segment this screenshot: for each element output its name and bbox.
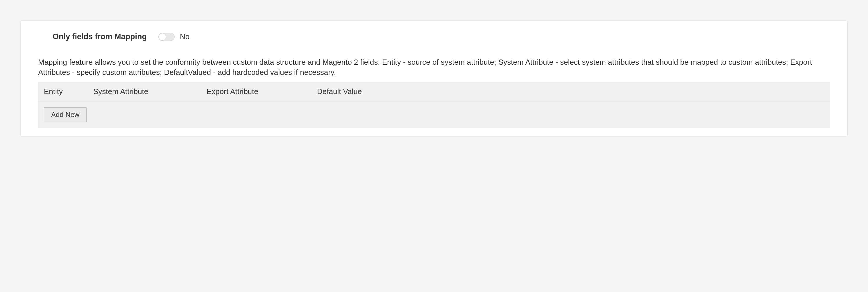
only-fields-toggle-row: Only fields from Mapping No	[53, 32, 830, 41]
toggle-thumb	[159, 33, 166, 41]
header-export-attribute: Export Attribute	[207, 87, 317, 96]
header-entity: Entity	[44, 87, 93, 96]
mapping-table: Entity System Attribute Export Attribute…	[38, 82, 830, 128]
header-default-value: Default Value	[317, 87, 824, 96]
mapping-card: Only fields from Mapping No Mapping feat…	[20, 20, 848, 137]
mapping-description: Mapping feature allows you to set the co…	[38, 57, 830, 77]
only-fields-toggle[interactable]: No	[158, 32, 189, 41]
add-new-button[interactable]: Add New	[44, 107, 87, 122]
toggle-value-text: No	[180, 32, 189, 41]
toggle-track	[158, 33, 175, 41]
table-footer: Add New	[38, 102, 830, 128]
only-fields-label: Only fields from Mapping	[53, 32, 147, 41]
table-header-row: Entity System Attribute Export Attribute…	[38, 82, 830, 102]
header-system-attribute: System Attribute	[93, 87, 207, 96]
